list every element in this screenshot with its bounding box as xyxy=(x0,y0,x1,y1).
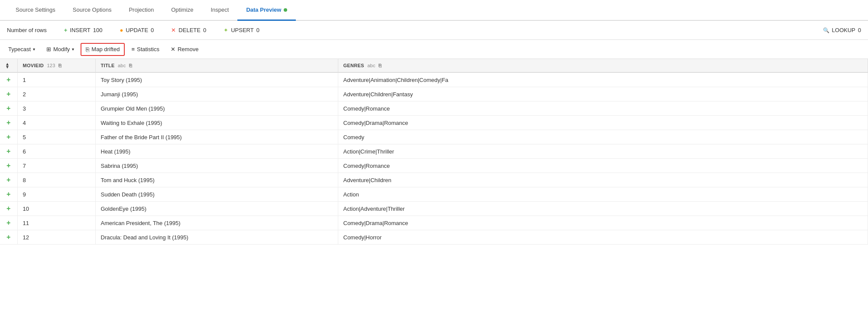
row-add-button[interactable]: + xyxy=(0,230,17,245)
th-movieid[interactable]: MOVIEID 123 ⎘ xyxy=(17,59,95,72)
table-row: + 9 Sudden Death (1995) Action xyxy=(0,187,868,202)
typecast-chevron: ▾ xyxy=(33,47,35,52)
row-add-button[interactable]: + xyxy=(0,216,17,230)
map-drifted-icon: ⎘ xyxy=(86,46,89,53)
update-stat: ● UPDATE 0 xyxy=(120,27,154,33)
row-movieid: 7 xyxy=(17,159,95,173)
row-movieid: 5 xyxy=(17,130,95,144)
table-row: + 2 Jumanji (1995) Adventure|Children|Fa… xyxy=(0,87,868,101)
tab-inspect[interactable]: Inspect xyxy=(202,0,238,21)
statistics-label: Statistics xyxy=(137,46,159,52)
table-header-row: ▲ ▼ MOVIEID 123 ⎘ TITLE abc ⎘ GENRES abc xyxy=(0,59,868,72)
tab-source-options[interactable]: Source Options xyxy=(64,0,120,21)
row-add-button[interactable]: + xyxy=(0,101,17,116)
statistics-icon: ≡ xyxy=(131,46,135,52)
row-genres: Comedy xyxy=(338,130,868,144)
top-nav: Source Settings Source Options Projectio… xyxy=(0,0,868,21)
row-genres: Action|Adventure|Thriller xyxy=(338,202,868,216)
row-movieid: 11 xyxy=(17,216,95,230)
row-movieid: 6 xyxy=(17,144,95,159)
row-add-button[interactable]: + xyxy=(0,159,17,173)
th-title-type: abc xyxy=(118,63,126,68)
row-movieid: 12 xyxy=(17,230,95,245)
delete-icon: ✕ xyxy=(171,27,176,33)
lookup-stat: 🔍 LOOKUP 0 xyxy=(823,27,861,33)
data-table: ▲ ▼ MOVIEID 123 ⎘ TITLE abc ⎘ GENRES abc xyxy=(0,59,868,245)
th-actions: ▲ ▼ xyxy=(0,59,17,72)
th-movieid-type: 123 xyxy=(47,63,55,68)
delete-label: DELETE xyxy=(178,27,201,33)
th-genres-label: GENRES xyxy=(343,63,364,68)
row-title: Toy Story (1995) xyxy=(95,72,338,87)
row-title: Sabrina (1995) xyxy=(95,159,338,173)
row-genres: Action xyxy=(338,187,868,202)
row-title: GoldenEye (1995) xyxy=(95,202,338,216)
row-add-button[interactable]: + xyxy=(0,116,17,130)
row-add-button[interactable]: + xyxy=(0,130,17,144)
row-movieid: 8 xyxy=(17,173,95,187)
row-title: Heat (1995) xyxy=(95,144,338,159)
row-add-button[interactable]: + xyxy=(0,173,17,187)
table-row: + 12 Dracula: Dead and Loving It (1995) … xyxy=(0,230,868,245)
table-body: + 1 Toy Story (1995) Adventure|Animation… xyxy=(0,72,868,245)
th-genres[interactable]: GENRES abc ⎘ xyxy=(338,59,868,72)
row-movieid: 4 xyxy=(17,116,95,130)
delete-stat: ✕ DELETE 0 xyxy=(171,27,206,33)
modify-icon: ⊞ xyxy=(46,46,51,52)
row-add-button[interactable]: + xyxy=(0,202,17,216)
tab-optimize[interactable]: Optimize xyxy=(162,0,202,21)
sort-arrows: ▲ ▼ xyxy=(5,62,10,69)
table-row: + 7 Sabrina (1995) Comedy|Romance xyxy=(0,159,868,173)
remove-button[interactable]: ✕ Remove xyxy=(166,43,203,55)
remove-icon: ✕ xyxy=(171,46,175,52)
th-title-label: TITLE xyxy=(101,63,115,68)
typecast-button[interactable]: Typecast ▾ xyxy=(3,43,40,55)
upsert-stat: ✦ UPSERT 0 xyxy=(223,27,259,33)
map-drifted-button[interactable]: ⎘ Map drifted xyxy=(81,43,125,56)
map-drifted-label: Map drifted xyxy=(91,46,120,52)
update-count: 0 xyxy=(151,27,154,33)
row-title: Dracula: Dead and Loving It (1995) xyxy=(95,230,338,245)
row-title: Grumpier Old Men (1995) xyxy=(95,101,338,116)
row-genres: Comedy|Horror xyxy=(338,230,868,245)
update-icon: ● xyxy=(120,27,123,33)
data-table-container: ▲ ▼ MOVIEID 123 ⎘ TITLE abc ⎘ GENRES abc xyxy=(0,59,868,330)
stats-bar: Number of rows + INSERT 100 ● UPDATE 0 ✕… xyxy=(0,21,868,40)
update-label: UPDATE xyxy=(126,27,148,33)
row-movieid: 2 xyxy=(17,87,95,101)
row-title: Jumanji (1995) xyxy=(95,87,338,101)
tab-projection[interactable]: Projection xyxy=(120,0,162,21)
row-add-button[interactable]: + xyxy=(0,72,17,87)
row-genres: Adventure|Children|Fantasy xyxy=(338,87,868,101)
row-add-button[interactable]: + xyxy=(0,187,17,202)
th-title-edit-icon[interactable]: ⎘ xyxy=(129,63,132,68)
tab-data-preview[interactable]: Data Preview xyxy=(237,0,296,21)
th-genres-edit-icon[interactable]: ⎘ xyxy=(379,63,382,68)
modify-button[interactable]: ⊞ Modify ▾ xyxy=(42,43,79,55)
lookup-count: 0 xyxy=(858,27,861,33)
table-row: + 1 Toy Story (1995) Adventure|Animation… xyxy=(0,72,868,87)
toolbar: Typecast ▾ ⊞ Modify ▾ ⎘ Map drifted ≡ St… xyxy=(0,40,868,59)
row-genres: Comedy|Romance xyxy=(338,101,868,116)
th-movieid-edit-icon[interactable]: ⎘ xyxy=(58,63,62,68)
row-genres: Adventure|Children xyxy=(338,173,868,187)
statistics-button[interactable]: ≡ Statistics xyxy=(126,43,164,55)
upsert-count: 0 xyxy=(256,27,259,33)
row-add-button[interactable]: + xyxy=(0,87,17,101)
table-row: + 5 Father of the Bride Part II (1995) C… xyxy=(0,130,868,144)
table-row: + 10 GoldenEye (1995) Action|Adventure|T… xyxy=(0,202,868,216)
insert-count: 100 xyxy=(93,27,103,33)
tab-source-settings[interactable]: Source Settings xyxy=(7,0,64,21)
insert-label: INSERT xyxy=(70,27,90,33)
active-dot xyxy=(284,8,287,12)
row-genres: Action|Crime|Thriller xyxy=(338,144,868,159)
th-title[interactable]: TITLE abc ⎘ xyxy=(95,59,338,72)
insert-icon: + xyxy=(64,27,68,33)
row-add-button[interactable]: + xyxy=(0,144,17,159)
lookup-icon: 🔍 xyxy=(823,27,829,33)
row-genres: Adventure|Animation|Children|Comedy|Fa xyxy=(338,72,868,87)
lookup-label: LOOKUP xyxy=(832,27,855,33)
modify-chevron: ▾ xyxy=(72,47,74,52)
upsert-label: UPSERT xyxy=(231,27,254,33)
th-genres-type: abc xyxy=(367,63,376,68)
